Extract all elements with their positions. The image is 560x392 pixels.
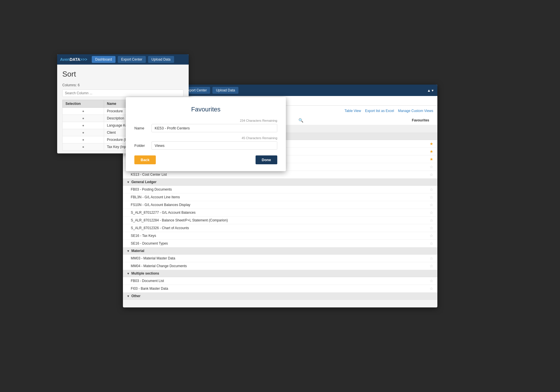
favourites-col-label: Favourites — [412, 118, 433, 122]
section-multiple-label: Multiple sections — [131, 271, 159, 275]
sort-dashboard-btn[interactable]: Dashboard — [92, 56, 115, 63]
fav-star[interactable]: ★ — [430, 157, 433, 161]
section-gl-label: General Ledger — [131, 180, 156, 184]
arrow-gl: ▼ — [127, 181, 130, 184]
fav-chars-remaining-2: 45 Characters Remaining — [134, 136, 277, 140]
sort-logo-text: Aven — [60, 57, 70, 62]
sort-selection[interactable]: ● — [63, 129, 104, 136]
table-row: FBL3N - G/L Account Line Items ☆ — [123, 193, 437, 201]
fav-star-empty[interactable]: ☆ — [430, 264, 433, 268]
arrow-multiple: ▼ — [127, 272, 130, 275]
table-row: FS10N - G/L Account Balances Display ☆ — [123, 201, 437, 209]
sort-upload-data-btn[interactable]: Upload Data — [148, 56, 174, 63]
sort-selection[interactable]: ● — [63, 122, 104, 129]
table-view-btn[interactable]: Table View — [344, 109, 361, 113]
section-other[interactable]: ▼ Other — [123, 293, 437, 300]
sort-selection[interactable]: ● — [63, 136, 104, 143]
search-icon[interactable]: 🔍 — [298, 118, 303, 123]
export-excel-btn[interactable]: Export list as Excel — [365, 109, 394, 113]
sort-title: Sort — [62, 70, 184, 79]
table-row: FI03 - Bank Master Data ☆ — [123, 285, 437, 293]
fav-star[interactable]: ★ — [430, 149, 433, 154]
fav-folder-input[interactable] — [152, 141, 277, 150]
table-row: SE16 - Document Types ☆ — [123, 240, 437, 247]
section-general-ledger[interactable]: ▼ General Ledger — [123, 179, 437, 186]
views-actions: Table View Export list as Excel Manage C… — [344, 109, 433, 113]
fav-star-empty[interactable]: ☆ — [430, 165, 433, 169]
sort-selection[interactable]: ● — [63, 108, 104, 115]
favourites-modal: Favourites 234 Characters Remaining Name… — [126, 97, 286, 171]
fav-title: Favourites — [134, 106, 277, 113]
table-row: FB03 - Posting Documents ☆ — [123, 186, 437, 193]
sort-logo-symbol: >>> — [80, 57, 87, 62]
fav-star-empty[interactable]: ☆ — [430, 279, 433, 283]
manage-views-btn[interactable]: Manage Custom Views — [398, 109, 433, 113]
fav-star-empty[interactable]: ☆ — [430, 218, 433, 223]
table-row: SE16 - Tax Keys ☆ — [123, 232, 437, 240]
sort-logo-bold: DATA — [70, 57, 80, 62]
sort-selection[interactable]: ● — [63, 143, 104, 151]
arrow-other: ▼ — [127, 295, 130, 298]
table-row: MM04 - Material Change Documents ☆ — [123, 262, 437, 270]
table-row: S_ALR_87012326 - Chart of Accounts ☆ — [123, 224, 437, 232]
fav-star-empty[interactable]: ☆ — [430, 233, 433, 238]
fav-name-label: Name — [134, 126, 152, 130]
fav-star-empty[interactable]: ☆ — [430, 203, 433, 207]
sort-search-input[interactable] — [62, 89, 184, 97]
upload-data-btn[interactable]: Upload Data — [212, 87, 238, 94]
fav-folder-row: Folder — [134, 141, 277, 150]
fav-chars-remaining-1: 234 Characters Remaining — [134, 119, 277, 122]
table-row: KS13 - Cost Center List ☆ — [123, 171, 437, 179]
section-multiple[interactable]: ▼ Multiple sections — [123, 270, 437, 277]
fav-star[interactable]: ★ — [430, 141, 433, 146]
fav-folder-label: Folder — [134, 143, 152, 148]
fav-star-empty[interactable]: ☆ — [430, 256, 433, 261]
fav-star-empty[interactable]: ☆ — [430, 172, 433, 177]
fav-buttons: Back Done — [134, 155, 277, 164]
fav-star-empty[interactable]: ☆ — [430, 286, 433, 291]
sort-nav-bar: AvenDATA>>> Dashboard Export Center Uplo… — [57, 54, 189, 65]
columns-count: Columns: 6 — [62, 83, 184, 87]
arrow-material: ▼ — [127, 249, 130, 253]
section-material-label: Material — [131, 249, 144, 253]
fav-name-input[interactable] — [152, 124, 277, 132]
fav-star-empty[interactable]: ☆ — [430, 187, 433, 192]
fav-star-empty[interactable]: ☆ — [430, 210, 433, 215]
fav-star-empty[interactable]: ☆ — [430, 226, 433, 230]
section-other-label: Other — [131, 294, 140, 298]
done-button[interactable]: Done — [256, 155, 278, 164]
sort-col-selection: Selection — [63, 100, 104, 108]
sort-export-center-btn[interactable]: Export Center — [118, 56, 146, 63]
table-row: S_ALR_87012284 - Balance Sheet/P+L State… — [123, 217, 437, 224]
fav-star-empty[interactable]: ☆ — [430, 241, 433, 246]
table-row: FB03 - Document List ☆ — [123, 277, 437, 285]
section-material[interactable]: ▼ Material — [123, 247, 437, 255]
table-row: S_ALR_87012277 - G/L Account Balances ☆ — [123, 209, 437, 217]
sort-logo: AvenDATA>>> — [60, 57, 87, 62]
fav-name-row: Name — [134, 124, 277, 132]
user-menu[interactable]: ▲ ▾ — [427, 88, 434, 93]
sort-selection[interactable]: ● — [63, 115, 104, 122]
back-button[interactable]: Back — [134, 155, 156, 164]
table-row: MM03 - Material Master Data ☆ — [123, 255, 437, 262]
fav-star-empty[interactable]: ☆ — [430, 195, 433, 199]
